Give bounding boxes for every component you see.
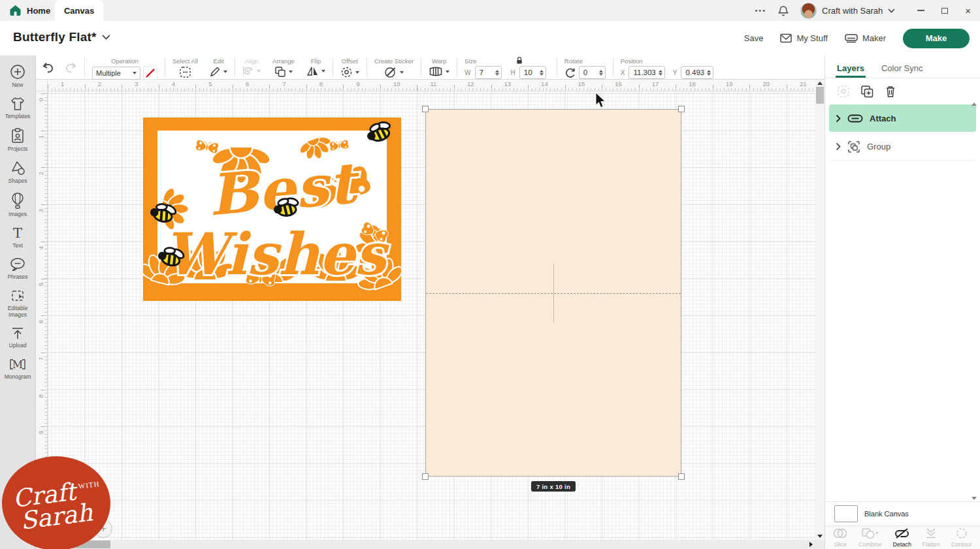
sidebar-item-text[interactable]: T Text [0,221,36,253]
create-sticker-button[interactable]: Create Sticker [368,55,419,79]
window-maximize-button[interactable] [941,8,948,14]
ruler-corner [36,80,48,91]
position-x-input[interactable]: 11.303 [629,66,664,79]
tab-color-sync[interactable]: Color Sync [881,63,923,78]
sidebar-item-new[interactable]: New [0,59,36,92]
offset-menu-button[interactable]: Offset [335,55,365,79]
sidebar-item-phrases[interactable]: Phrases [0,253,36,284]
account-menu[interactable]: Craft with Sarah [800,3,895,19]
make-button[interactable]: Make [903,29,970,48]
delete-layer-button[interactable] [885,85,896,98]
vertical-scrollbar[interactable] [815,80,825,540]
select-layers-icon [837,85,850,98]
panel-scroll-down-arrow[interactable] [972,497,977,500]
position-y-stepper[interactable] [707,70,711,76]
tshirt-icon [10,97,25,111]
sidebar-item-editable-images[interactable]: Editable Images [0,284,36,322]
selection-handle-bottom-right[interactable] [678,473,685,480]
height-input[interactable]: 10 [519,66,546,79]
clipboard-icon [11,128,24,144]
rotate-stepper[interactable] [599,70,603,76]
blank-card-shape[interactable] [425,109,681,477]
undo-button[interactable] [42,62,55,73]
attach-paperclip-icon [847,114,863,123]
rotate-icon[interactable] [564,67,576,78]
window-close-button[interactable]: × [965,6,971,16]
detach-icon [894,527,910,539]
width-stepper[interactable] [495,70,499,76]
window-minimize-button[interactable] [917,10,924,11]
machine-select-button[interactable]: Maker [845,33,886,43]
size-group: Size W 7 H 10 [459,55,555,79]
canvas-workspace[interactable]: Best Wishes 7 in x 10 in [48,91,815,540]
select-all-icon [179,66,191,78]
rotate-group: Rotate 0 [559,55,612,79]
sidebar-item-shapes[interactable]: Shapes [0,156,36,188]
title-bar: Home Canvas ••• Craft with Sarah × [0,0,980,21]
height-stepper[interactable] [540,70,544,76]
operation-select[interactable]: Multiple [92,67,140,80]
layer-row-group[interactable]: Group [829,133,976,161]
my-stuff-button[interactable]: My Stuff [780,33,827,43]
svg-text:T: T [13,226,22,240]
expand-chevron-icon[interactable] [836,142,841,151]
scroll-right-arrow[interactable] [809,542,813,547]
rotate-input[interactable]: 0 [579,66,606,79]
sidebar-item-monogram[interactable]: M Monogram [0,353,36,384]
blank-canvas-row[interactable]: Blank Canvas [825,501,980,525]
notifications-bell-icon[interactable] [778,5,789,16]
overflow-menu-icon[interactable]: ••• [755,7,766,14]
arrange-layers-icon [274,66,286,77]
layers-panel: Layers Color Sync Attach Group Blank Can… [825,55,980,549]
position-y-input[interactable]: 0.493 [681,66,713,79]
home-button[interactable]: Home [9,0,50,21]
sidebar-item-templates[interactable]: Templates [0,92,36,123]
selection-handle-top-right[interactable] [678,106,685,112]
selection-handle-top-left[interactable] [422,106,429,112]
expand-chevron-icon[interactable] [836,114,841,123]
shapes-icon [10,161,26,176]
sidebar-item-projects[interactable]: Projects [0,123,36,156]
panel-scroll-up-arrow[interactable] [972,102,977,106]
edit-menu-button[interactable]: Edit [204,55,233,79]
sidebar-item-upload[interactable]: Upload [0,322,36,353]
horizontal-ruler: 123456789101112131415161718192021 [48,80,815,91]
chevron-down-icon [257,70,261,72]
redo-button[interactable] [64,62,77,73]
tab-layers[interactable]: Layers [837,63,864,78]
horizontal-scrollbar[interactable] [36,540,825,549]
selection-handle-bottom-left[interactable] [422,473,429,480]
flatten-icon [924,527,938,539]
position-group: Position X 11.303 Y 0.493 [615,55,719,79]
blank-canvas-swatch[interactable] [834,505,858,522]
pen-color-chip[interactable] [143,66,157,80]
combine-button: Combine [858,527,882,548]
layer-row-attach[interactable]: Attach [829,104,976,132]
scroll-up-arrow[interactable] [817,82,823,85]
size-lock-icon[interactable] [515,56,524,65]
position-x-stepper[interactable] [659,70,662,76]
vertical-scroll-thumb[interactable] [816,87,824,104]
duplicate-layer-button[interactable] [860,85,874,98]
chevron-down-icon [289,71,293,73]
sidebar-item-images[interactable]: Images [0,188,36,221]
best-wishes-design[interactable]: Best Wishes [143,118,401,301]
flip-menu-button[interactable]: Flip [301,55,331,79]
tab-canvas[interactable]: Canvas [55,0,103,21]
arrange-menu-button[interactable]: Arrange [267,55,301,79]
select-all-button[interactable]: Select All [167,55,204,79]
project-title-menu[interactable]: Butterfly Flat* [13,30,110,44]
width-input[interactable]: 7 [475,66,502,79]
flip-mirror-icon [306,66,319,76]
home-icon [9,5,22,16]
chevron-down-icon [321,70,325,72]
detach-button[interactable]: Detach [892,527,911,548]
pencil-icon [210,66,221,77]
scroll-down-arrow[interactable] [817,535,823,538]
pen-stroke-icon [145,68,155,78]
contour-icon [955,527,968,539]
chevron-down-icon [355,71,359,74]
align-icon [242,66,254,76]
save-button[interactable]: Save [744,33,764,43]
warp-menu-button[interactable]: Warp [423,55,455,79]
